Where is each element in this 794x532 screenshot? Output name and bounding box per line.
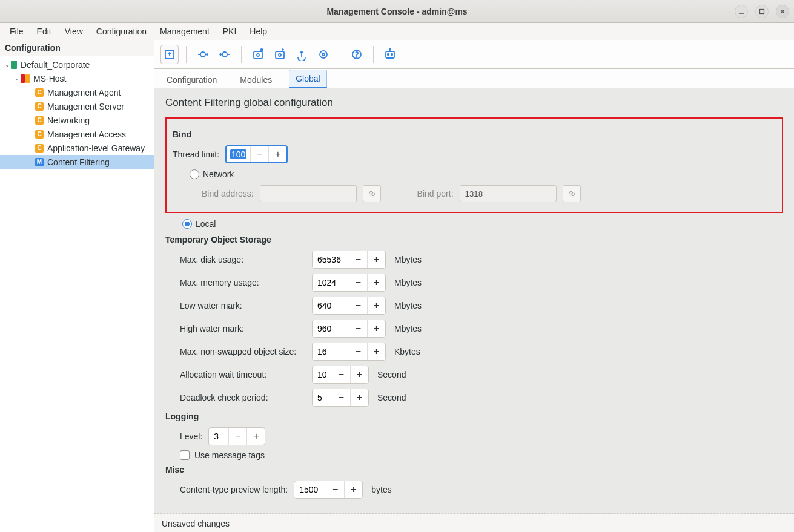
storage-input[interactable]	[313, 366, 332, 383]
revert-button[interactable]	[216, 45, 234, 64]
increment-button[interactable]: +	[350, 366, 368, 383]
component-badge-icon: C	[35, 116, 44, 125]
storage-input[interactable]	[313, 274, 349, 291]
storage-unit: Mbytes	[394, 324, 422, 333]
toolbar-separator	[186, 46, 187, 63]
help-button[interactable]	[348, 45, 366, 64]
decrement-button[interactable]: −	[349, 251, 367, 268]
storage-label: Low water mark:	[180, 301, 306, 310]
tree-item[interactable]: C Management Access	[0, 127, 154, 141]
menu-edit[interactable]: Edit	[31, 24, 58, 39]
storage-spinner[interactable]: − +	[312, 274, 386, 292]
logging-level-label: Level:	[180, 432, 202, 441]
storage-input[interactable]	[313, 297, 349, 314]
storage-spinner[interactable]: − +	[312, 389, 369, 407]
radio-network[interactable]	[190, 169, 199, 179]
toolbar-separator	[340, 46, 340, 63]
status-text: Unsaved changes	[162, 519, 230, 528]
increment-button[interactable]: +	[367, 274, 385, 291]
storage-unit: Mbytes	[394, 301, 422, 310]
radio-local-row[interactable]: Local	[182, 219, 783, 229]
increment-button[interactable]: +	[367, 297, 385, 314]
menu-configuration[interactable]: Configuration	[90, 24, 153, 39]
decrement-button[interactable]: −	[332, 366, 350, 383]
minimize-button[interactable]	[735, 5, 748, 18]
misc-preview-spinner[interactable]: − +	[294, 481, 363, 499]
tree-root[interactable]: ⌄ Default_Corporate	[0, 57, 154, 71]
tree-item[interactable]: C Management Server	[0, 99, 154, 113]
close-button[interactable]	[776, 5, 789, 18]
thread-limit-spinner[interactable]: 100 − +	[225, 145, 288, 163]
use-message-tags-row[interactable]: Use message tags	[180, 450, 783, 460]
svg-point-18	[391, 53, 393, 55]
use-message-tags-checkbox[interactable]	[180, 450, 190, 460]
component-badge-icon: C	[35, 144, 44, 153]
logging-level-spinner[interactable]: − +	[208, 427, 265, 445]
svg-point-9	[260, 49, 263, 51]
storage-row: Max. memory usage: − + Mbytes	[180, 274, 783, 292]
menu-pki[interactable]: PKI	[217, 24, 243, 39]
storage-input[interactable]	[313, 389, 332, 406]
misc-preview-label: Content-type preview length:	[180, 485, 288, 494]
bind-section: Bind Thread limit: 100 − + N	[165, 117, 783, 213]
svg-point-6	[222, 52, 227, 57]
tree-host[interactable]: ⌄ MS-Host	[0, 71, 154, 85]
link-icon[interactable]	[563, 185, 581, 202]
maximize-button[interactable]	[755, 5, 769, 18]
storage-spinner[interactable]: − +	[312, 366, 369, 384]
decrement-button[interactable]: −	[349, 343, 367, 360]
increment-button[interactable]: +	[268, 146, 286, 162]
module-badge-icon: M	[35, 158, 44, 166]
tab-modules[interactable]: Modules	[234, 71, 278, 88]
radio-local[interactable]	[182, 219, 192, 229]
storage-spinner[interactable]: − +	[312, 297, 386, 315]
storage-input[interactable]	[313, 251, 349, 268]
increment-button[interactable]: +	[367, 343, 385, 360]
main-panel: Configuration Modules Global Content Fil…	[154, 40, 794, 532]
tree-item-selected[interactable]: M Content Filtering	[0, 155, 154, 169]
misc-preview-input[interactable]	[294, 481, 326, 498]
decrement-button[interactable]: −	[349, 320, 367, 337]
upload-button[interactable]	[293, 45, 311, 64]
tree-root-label: Default_Corporate	[19, 60, 90, 70]
menu-file[interactable]: File	[4, 24, 30, 39]
tab-configuration[interactable]: Configuration	[160, 71, 223, 88]
increment-button[interactable]: +	[367, 251, 385, 268]
decrement-button[interactable]: −	[332, 389, 350, 406]
bind-address-input	[260, 185, 357, 202]
storage-row: Max. disk usage: − + Mbytes	[180, 251, 783, 269]
tree-item-label: Management Agent	[46, 88, 121, 97]
radio-network-row[interactable]: Network	[190, 169, 771, 179]
logging-level-input[interactable]	[209, 428, 228, 445]
commit-button[interactable]	[194, 45, 212, 64]
storage-spinner[interactable]: − +	[312, 251, 386, 269]
storage-spinner[interactable]: − +	[312, 343, 386, 361]
view-config-button[interactable]	[249, 45, 267, 64]
increment-button[interactable]: +	[350, 389, 368, 406]
svg-point-8	[257, 54, 259, 56]
decrement-button[interactable]: −	[349, 297, 367, 314]
link-icon[interactable]	[363, 185, 381, 202]
tree-item[interactable]: C Application-level Gateway	[0, 141, 154, 155]
tabbar: Configuration Modules Global	[154, 69, 794, 88]
tab-global[interactable]: Global	[289, 70, 326, 88]
increment-button[interactable]: +	[344, 481, 362, 498]
storage-input[interactable]	[313, 343, 349, 360]
decrement-button[interactable]: −	[250, 146, 268, 162]
storage-input[interactable]	[313, 320, 349, 337]
up-button[interactable]	[160, 45, 179, 64]
menu-management[interactable]: Management	[154, 24, 216, 39]
decrement-button[interactable]: −	[326, 481, 344, 498]
settings-button[interactable]	[314, 45, 332, 64]
increment-button[interactable]: +	[246, 428, 265, 445]
storage-spinner[interactable]: − +	[312, 320, 386, 338]
menu-view[interactable]: View	[59, 24, 89, 39]
decrement-button[interactable]: −	[228, 428, 246, 445]
compare-config-button[interactable]	[271, 45, 289, 64]
tree-item[interactable]: C Management Agent	[0, 85, 154, 99]
tree-item[interactable]: C Networking	[0, 113, 154, 127]
decrement-button[interactable]: −	[349, 274, 367, 291]
increment-button[interactable]: +	[367, 320, 385, 337]
robot-button[interactable]	[381, 45, 399, 64]
menu-help[interactable]: Help	[243, 24, 273, 39]
